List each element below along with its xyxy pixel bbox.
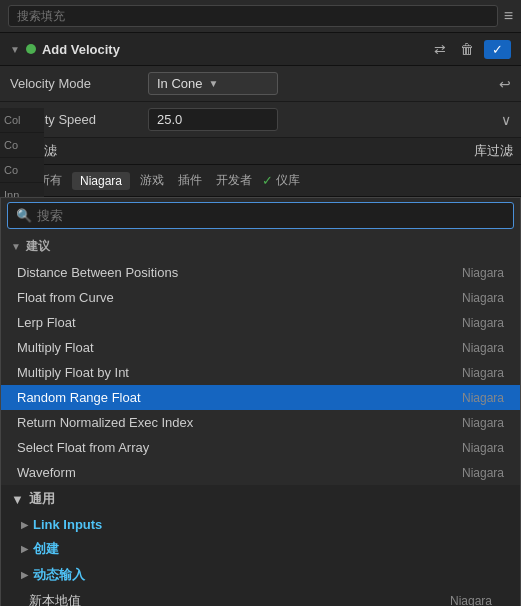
tab-plugins[interactable]: 插件 <box>174 170 206 191</box>
general-sub-header[interactable]: ▶Link Inputs <box>1 513 520 536</box>
add-velocity-title: Add Velocity <box>42 42 424 57</box>
suggestion-item-label: Float from Curve <box>17 290 114 305</box>
top-search-input[interactable] <box>8 5 498 27</box>
suggestion-item-label: Lerp Float <box>17 315 76 330</box>
suggestion-item[interactable]: Lerp FloatNiagara <box>1 310 520 335</box>
suggestion-item-source: Niagara <box>462 441 504 455</box>
suggestion-item-source: Niagara <box>462 266 504 280</box>
undo-icon[interactable]: ↩ <box>499 76 511 92</box>
filter-icon[interactable]: ≡ <box>504 7 513 25</box>
suggestions-header: ▼ 建议 <box>1 233 520 260</box>
suggestion-item[interactable]: Random Range FloatNiagara <box>1 385 520 410</box>
general-sub-header[interactable]: ▶创建 <box>1 536 520 562</box>
green-dot-icon <box>26 44 36 54</box>
velocity-mode-row: Velocity Mode In Cone ▼ ↩ <box>0 66 521 102</box>
add-velocity-bar: ▼ Add Velocity ⇄ 🗑 ✓ <box>0 33 521 66</box>
sub-header-arrow-icon: ▶ <box>21 520 28 530</box>
dropdown-search-input[interactable] <box>37 208 505 223</box>
suggestion-item-source: Niagara <box>462 416 504 430</box>
sub-header-label: Link Inputs <box>33 517 102 532</box>
suggestion-item-label: Select Float from Array <box>17 440 149 455</box>
toggle-arrow[interactable]: ▼ <box>10 44 20 55</box>
top-search-bar: ≡ <box>0 0 521 33</box>
general-section: ▼ 通用 ▶Link Inputs▶创建▶动态输入新本地值Niagara新表达式… <box>1 485 520 606</box>
lib-filter-label: 库过滤 <box>474 142 513 160</box>
check-button[interactable]: ✓ <box>484 40 511 59</box>
tab-library[interactable]: ✓ 仪库 <box>262 172 300 189</box>
velocity-mode-value: In Cone <box>157 76 203 91</box>
general-sub-header[interactable]: ▶动态输入 <box>1 562 520 588</box>
suggestion-item-label: Multiply Float <box>17 340 94 355</box>
suggestion-item-source: Niagara <box>462 341 504 355</box>
suggestions-list: Distance Between PositionsNiagaraFloat f… <box>1 260 520 485</box>
tab-row: 显示所有 Niagara 游戏 插件 开发者 ✓ 仪库 <box>0 165 521 197</box>
dropdown-search-row: 🔍 <box>7 202 514 229</box>
suggestion-item-label: Random Range Float <box>17 390 141 405</box>
general-arrow-icon: ▼ <box>11 492 24 507</box>
sub-header-label: 创建 <box>33 540 59 558</box>
general-items: ▶Link Inputs▶创建▶动态输入新本地值Niagara新表达式Niaga… <box>1 513 520 606</box>
sub-header-arrow-icon: ▶ <box>21 544 28 554</box>
sidebar-item[interactable]: Col <box>0 108 44 133</box>
suggestion-item[interactable]: WaveformNiagara <box>1 460 520 485</box>
suggestion-item-label: Return Normalized Exec Index <box>17 415 193 430</box>
suggestion-item-label: Multiply Float by Int <box>17 365 129 380</box>
suggestion-item[interactable]: Multiply Float by IntNiagara <box>1 360 520 385</box>
tab-developer[interactable]: 开发者 <box>212 170 256 191</box>
suggestion-item-source: Niagara <box>462 391 504 405</box>
suggestion-item-label: Distance Between Positions <box>17 265 178 280</box>
sidebar-item[interactable]: Co <box>0 133 44 158</box>
tab-library-label: 仪库 <box>276 172 300 189</box>
tab-niagara[interactable]: Niagara <box>72 172 130 190</box>
suggestion-item[interactable]: Float from CurveNiagara <box>1 285 520 310</box>
chevron-down-icon: ▼ <box>209 78 219 89</box>
sub-header-label: 动态输入 <box>33 566 85 584</box>
general-header: ▼ 通用 <box>1 485 520 513</box>
suggestion-item[interactable]: Distance Between PositionsNiagara <box>1 260 520 285</box>
sidebar-item[interactable]: Co <box>0 158 44 183</box>
suggestion-item-source: Niagara <box>462 291 504 305</box>
suggestion-item-source: Niagara <box>462 366 504 380</box>
tab-games[interactable]: 游戏 <box>136 170 168 191</box>
general-dynamic-item[interactable]: 新本地值Niagara <box>1 588 520 606</box>
velocity-mode-dropdown[interactable]: In Cone ▼ <box>148 72 278 95</box>
suggestion-item[interactable]: Select Float from ArrayNiagara <box>1 435 520 460</box>
suggestions-label: 建议 <box>26 238 50 255</box>
suggestion-item-source: Niagara <box>462 466 504 480</box>
library-check-icon: ✓ <box>262 173 273 188</box>
shuffle-icon[interactable]: ⇄ <box>430 39 450 59</box>
suggestion-item-source: Niagara <box>462 316 504 330</box>
suggestions-arrow-icon: ▼ <box>11 241 21 252</box>
trash-icon[interactable]: 🗑 <box>456 39 478 59</box>
dropdown-panel: 🔍 ▼ 建议 Distance Between PositionsNiagara… <box>0 197 521 606</box>
dynamic-item-source: Niagara <box>450 594 492 606</box>
suggestion-item-label: Waveform <box>17 465 76 480</box>
velocity-mode-label: Velocity Mode <box>10 76 140 91</box>
expand-icon[interactable]: ∨ <box>501 112 511 128</box>
search-icon: 🔍 <box>16 208 32 223</box>
velocity-speed-value[interactable]: 25.0 <box>148 108 278 131</box>
suggestion-item[interactable]: Multiply FloatNiagara <box>1 335 520 360</box>
dynamic-item-label: 新本地值 <box>29 592 81 606</box>
suggestion-item[interactable]: Return Normalized Exec IndexNiagara <box>1 410 520 435</box>
sub-header-arrow-icon: ▶ <box>21 570 28 580</box>
velocity-speed-row: Velocity Speed 25.0 ∨ <box>0 102 521 138</box>
general-label: 通用 <box>29 490 55 508</box>
filter-bar: 源过滤 库过滤 <box>0 138 521 165</box>
